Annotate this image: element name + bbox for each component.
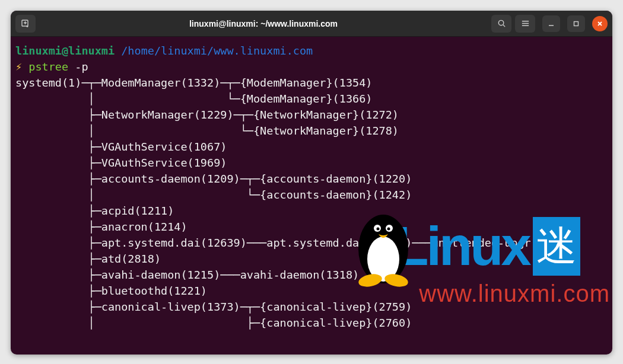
command-output: systemd(1)─┬─ModemManager(1332)─┬─{Modem…	[15, 76, 564, 329]
titlebar: linuxmi@linuxmi: ~/www.linuxmi.com	[11, 11, 612, 37]
command-args: -p	[75, 60, 88, 73]
prompt-user: linuxmi@linuxmi	[15, 44, 115, 57]
minimize-icon	[548, 20, 555, 27]
search-icon	[497, 19, 506, 28]
command-name: pstree	[28, 60, 68, 73]
terminal-body[interactable]: linuxmi@linuxmi /home/linuxmi/www.linuxm…	[11, 37, 612, 355]
new-tab-icon	[21, 19, 30, 28]
search-button[interactable]	[491, 15, 511, 33]
prompt-symbol: ⚡	[15, 60, 22, 73]
maximize-icon	[573, 20, 580, 27]
maximize-button[interactable]	[567, 15, 585, 32]
new-tab-button[interactable]	[15, 15, 36, 33]
svg-point-1	[498, 20, 503, 25]
window-title: linuxmi@linuxmi: ~/www.linuxmi.com	[39, 19, 488, 28]
menu-button[interactable]	[515, 15, 535, 33]
close-button[interactable]	[592, 16, 608, 31]
svg-rect-4	[574, 21, 578, 25]
terminal-window: linuxmi@linuxmi: ~/www.linuxmi.com linux…	[11, 11, 612, 355]
prompt-path: /home/linuxmi/www.linuxmi.com	[121, 44, 313, 57]
svg-line-2	[503, 25, 504, 27]
minimize-button[interactable]	[542, 15, 560, 32]
hamburger-icon	[521, 19, 530, 28]
close-icon	[596, 20, 603, 27]
